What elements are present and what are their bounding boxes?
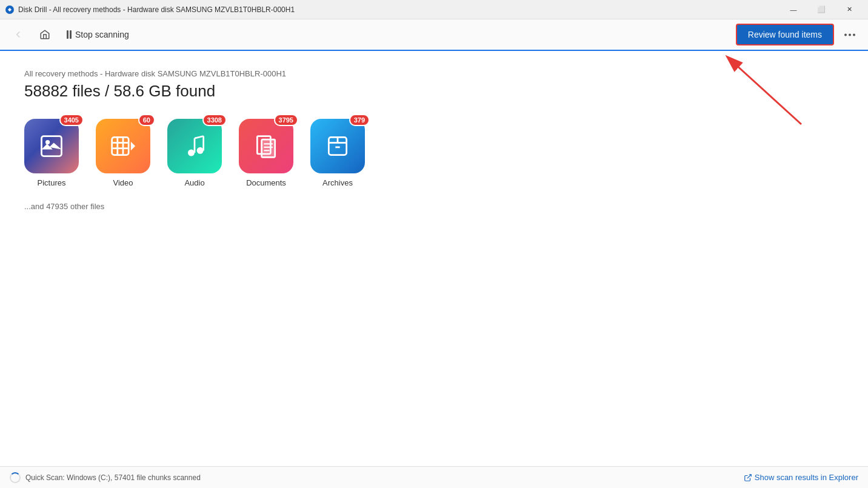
category-pictures[interactable]: 3405 Pictures	[24, 119, 79, 187]
svg-point-2	[849, 33, 851, 36]
stop-scanning-label: Stop scanning	[75, 30, 129, 39]
spinner-icon	[10, 472, 21, 483]
audio-icon	[181, 133, 208, 159]
main-content: All recovery methods - Hardware disk SAM…	[0, 51, 868, 488]
category-video[interactable]: 60 Video	[96, 119, 150, 187]
show-results-label: Show scan results in Explorer	[755, 473, 858, 482]
audio-badge: 3308	[202, 114, 227, 126]
documents-badge: 3795	[274, 114, 298, 126]
svg-point-5	[45, 140, 50, 144]
pictures-icon-bg: 3405	[24, 119, 79, 173]
category-documents[interactable]: 3795 Documents	[239, 119, 293, 187]
more-options-button[interactable]	[839, 24, 861, 45]
scan-subtitle: All recovery methods - Hardware disk SAM…	[24, 69, 844, 78]
video-icon-bg: 60	[96, 119, 150, 173]
close-button[interactable]: ✕	[835, 0, 863, 19]
category-audio[interactable]: 3308 Audio	[167, 119, 222, 187]
video-icon	[110, 133, 136, 159]
svg-rect-18	[262, 139, 275, 157]
pause-icon	[67, 30, 72, 39]
documents-icon-bg: 3795	[239, 119, 293, 173]
archives-badge: 379	[349, 114, 370, 126]
maximize-button[interactable]: ⬜	[807, 0, 835, 19]
app-window: Disk Drill - All recovery methods - Hard…	[0, 0, 868, 488]
archives-label: Archives	[322, 178, 353, 187]
svg-point-3	[853, 33, 855, 36]
scan-status-text: Quick Scan: Windows (C:), 57401 file chu…	[25, 473, 201, 482]
stop-scanning-button[interactable]: Stop scanning	[61, 26, 135, 43]
external-link-icon	[744, 473, 752, 482]
title-bar: Disk Drill - All recovery methods - Hard…	[0, 0, 868, 19]
pictures-badge: 3405	[59, 114, 84, 126]
category-archives[interactable]: 379 Archives	[310, 119, 365, 187]
svg-point-12	[188, 150, 195, 156]
archives-icon-bg: 379	[310, 119, 365, 173]
categories-container: 3405 Pictures 60 Video	[24, 119, 844, 187]
home-button[interactable]	[34, 24, 56, 45]
documents-icon	[253, 133, 279, 159]
documents-label: Documents	[246, 178, 286, 187]
toolbar: Stop scanning Review found items	[0, 19, 868, 51]
archives-icon	[324, 133, 351, 159]
show-scan-results-link[interactable]: Show scan results in Explorer	[744, 473, 858, 482]
svg-point-13	[197, 147, 204, 154]
pictures-icon	[38, 133, 65, 159]
title-bar-text: Disk Drill - All recovery methods - Hard…	[18, 5, 780, 14]
other-files-text: ...and 47935 other files	[24, 202, 844, 211]
audio-icon-bg: 3308	[167, 119, 222, 173]
pictures-label: Pictures	[38, 178, 66, 187]
svg-line-16	[195, 136, 204, 139]
files-found-heading: 58882 files / 58.6 GB found	[24, 82, 844, 101]
review-found-items-button[interactable]: Review found items	[736, 24, 834, 45]
app-icon	[5, 5, 15, 15]
svg-line-28	[747, 474, 751, 478]
svg-rect-6	[112, 137, 129, 155]
svg-marker-11	[131, 142, 135, 151]
video-badge: 60	[138, 114, 155, 126]
svg-point-1	[844, 33, 847, 36]
video-label: Video	[113, 178, 133, 187]
minimize-button[interactable]: —	[780, 0, 807, 19]
status-bar: Quick Scan: Windows (C:), 57401 file chu…	[0, 466, 868, 488]
window-controls: — ⬜ ✕	[780, 0, 863, 19]
audio-label: Audio	[184, 178, 204, 187]
back-button[interactable]	[7, 24, 29, 45]
